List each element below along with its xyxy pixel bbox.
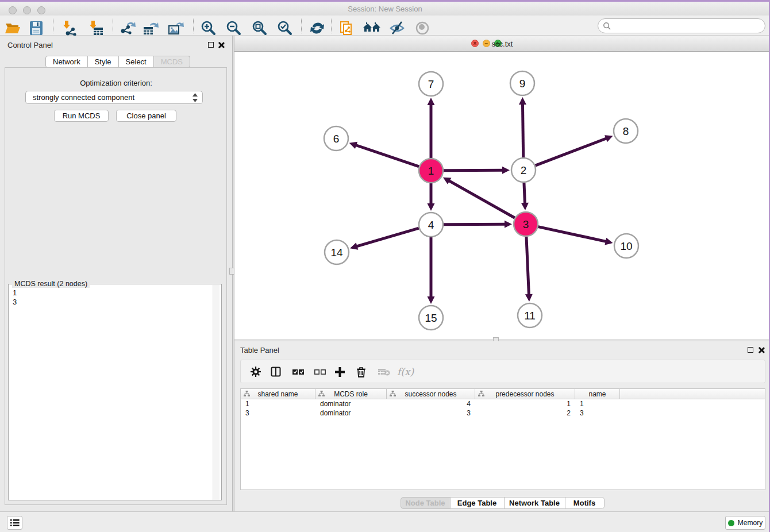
hide-selected-icon[interactable] [387,18,407,38]
delete-table-icon [378,365,390,378]
graph-edge-arrowhead [349,142,357,149]
graph-node-label: 15 [425,312,437,324]
zoom-out-icon[interactable] [224,18,243,38]
table-cell-predecessor-nodes[interactable]: 1 [475,399,575,408]
toggle-panel-columns-icon[interactable] [271,365,281,378]
toolbar-separator [113,18,113,33]
zoom-in-icon[interactable] [198,18,218,38]
table-cell-successor-nodes[interactable]: 3 [387,408,475,418]
main-toolbar [0,16,770,36]
table-panel-title: Table Panel [240,346,279,354]
table-toolbar: f(x) [240,360,765,383]
table-panel: Table Panel f(x) shared nameMCDS rolesuc… [234,341,770,511]
table-row[interactable]: 1dominator411 [241,399,765,408]
table-cell-name[interactable]: 1 [575,399,620,408]
run-mcds-button[interactable]: Run MCDS [54,110,109,122]
graph-edge-3-10[interactable] [538,227,606,242]
float-panel-icon[interactable] [748,347,753,353]
memory-status-icon [728,520,734,526]
import-table-icon[interactable] [86,18,105,38]
table-tabs: Node TableEdge TableNetwork TableMotifs [234,497,770,509]
table-cell-name[interactable]: 3 [575,408,620,418]
graph-edge-2-3[interactable] [524,183,525,204]
criterion-selected-value: strongly connected component [33,93,134,102]
graph-edge-2-9[interactable] [522,103,523,157]
optimization-criterion-label: Optimization criterion: [0,79,232,87]
graph-node-label: 10 [620,240,632,252]
table-cell-successor-nodes[interactable]: 4 [387,399,475,408]
network-canvas[interactable]: 7968124314101511 [234,52,770,339]
control-panel: Control Panel NetworkStyleSelectMCDS Opt… [0,36,232,511]
graph-edge-arrowhead [525,294,533,302]
tab-node-table[interactable]: Node Table [401,497,451,509]
save-session-icon[interactable] [26,18,46,38]
add-column-icon[interactable] [334,365,345,378]
status-bar: Memory [0,511,770,532]
table-row[interactable]: 3dominator323 [241,408,765,418]
table-cell-shared-name[interactable]: 1 [241,399,315,408]
window-titlebar: Session: New Session [0,2,770,16]
close-panel-button[interactable]: Close panel [116,110,176,122]
result-line: 3 [13,298,17,307]
mcds-result-box: MCDS result (2 nodes) 13 [8,284,222,500]
table-settings-icon[interactable] [251,365,261,378]
criterion-select[interactable]: strongly connected component [25,91,203,104]
column-header-predecessor-nodes[interactable]: predecessor nodes [475,389,575,399]
tab-network[interactable]: Network [45,56,88,68]
tab-edge-table[interactable]: Edge Table [451,497,505,509]
select-all-icon[interactable] [292,365,305,378]
close-panel-icon[interactable] [218,42,224,48]
export-table-icon[interactable] [141,18,160,38]
graph-edge-4-3[interactable] [444,224,506,225]
search-input[interactable] [611,22,765,30]
chevron-up-down-icon [192,93,198,102]
tab-mcds[interactable]: MCDS [154,56,190,68]
graph-node-label: 6 [333,133,340,145]
column-header-label: predecessor nodes [495,390,554,398]
column-header-successor-nodes[interactable]: successor nodes [387,389,475,399]
node-table: shared nameMCDS rolesuccessor nodesprede… [240,388,765,490]
delete-column-icon[interactable] [356,365,366,378]
tab-network-table[interactable]: Network Table [505,497,565,509]
search-icon [603,22,611,30]
float-panel-icon[interactable] [208,42,214,48]
tab-select[interactable]: Select [119,56,154,68]
graph-edge-4-14[interactable] [356,228,419,246]
table-cell-mcds-role[interactable]: dominator [315,408,387,418]
import-network-icon[interactable] [59,18,79,38]
column-header-name[interactable]: name [575,389,620,399]
reset-view-icon[interactable] [363,18,382,38]
column-header-shared-name[interactable]: shared name [241,389,315,399]
graph-edge-3-11[interactable] [526,237,529,295]
table-cell-mcds-role[interactable]: dominator [315,399,387,408]
control-panel-title: Control Panel [7,41,53,49]
column-header-mcds-role[interactable]: MCDS role [315,389,387,399]
table-cell-shared-name[interactable]: 3 [241,408,315,418]
tab-motifs[interactable]: Motifs [565,497,605,509]
graph-edge-1-6[interactable] [355,145,419,167]
graph-edge-3-1[interactable] [448,180,514,218]
graph-edge-2-8[interactable] [536,138,607,165]
zoom-fit-icon[interactable] [249,18,269,38]
close-panel-icon[interactable] [758,347,764,353]
export-network-icon[interactable] [118,18,137,38]
graph-edge-1-2[interactable] [444,170,503,171]
memory-button[interactable]: Memory [725,516,765,530]
graph-node-label: 3 [523,218,529,230]
open-session-icon[interactable] [3,18,22,38]
splitter-handle[interactable] [229,268,234,275]
network-from-selection-icon[interactable] [337,18,357,38]
export-image-icon[interactable] [166,18,186,38]
zoom-selected-icon[interactable] [275,18,294,38]
network-window-titlebar[interactable]: × − + scc.txt [234,36,770,52]
table-cell-predecessor-nodes[interactable]: 2 [475,408,575,418]
deselect-all-icon[interactable] [314,365,326,378]
mcds-result-lines: 13 [13,288,17,307]
apply-layout-icon[interactable] [307,18,327,38]
result-scrollbar[interactable] [213,285,220,500]
graph-node-label: 9 [519,78,526,90]
task-history-button[interactable] [7,516,22,530]
window-title: Session: New Session [0,5,770,13]
attribute-icon [390,391,396,397]
tab-style[interactable]: Style [88,56,119,68]
